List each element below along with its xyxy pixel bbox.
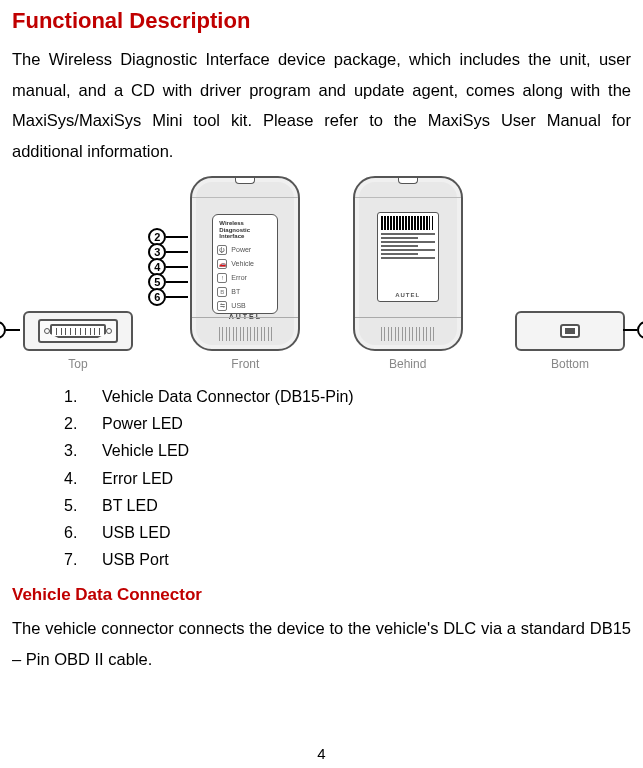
list-item: 7.USB Port xyxy=(64,546,354,573)
diagram-front-column: 2 3 4 5 6 WirelessDiagnostic Interface ⏻… xyxy=(190,176,300,371)
page-number: 4 xyxy=(0,745,643,762)
grip-texture xyxy=(192,317,298,349)
caption-behind: Behind xyxy=(389,357,426,371)
barcode-icon xyxy=(381,216,435,230)
usb-led-icon: ⇋ xyxy=(217,301,227,311)
callout-1: 1 xyxy=(0,321,20,339)
list-item: 2.Power LED xyxy=(64,410,354,437)
vehicle-connector-paragraph: The vehicle connector connects the devic… xyxy=(12,613,631,674)
bottom-view-body xyxy=(515,311,625,351)
device-diagram: 1 Top xyxy=(12,176,631,375)
list-item: 1.Vehicle Data Connector (DB15-Pin) xyxy=(64,383,354,410)
caption-top: Top xyxy=(68,357,87,371)
component-list: 1.Vehicle Data Connector (DB15-Pin) 2.Po… xyxy=(64,383,354,573)
caption-front: Front xyxy=(231,357,259,371)
vehicle-led-icon: 🚗 xyxy=(217,259,227,269)
front-view-body: WirelessDiagnostic Interface ⏻Power 🚗Veh… xyxy=(190,176,300,351)
diagram-behind-column: AUTEL Behind xyxy=(353,176,463,371)
intro-paragraph: The Wireless Diagnostic Interface device… xyxy=(12,44,631,166)
brand-behind: AUTEL xyxy=(381,292,435,298)
heading-vehicle-data-connector: Vehicle Data Connector xyxy=(12,585,631,605)
behind-label-plate: AUTEL xyxy=(377,212,439,302)
callout-number-7: 7 xyxy=(637,321,643,339)
diagram-top-column: 1 Top xyxy=(18,311,138,371)
bt-led-icon: B xyxy=(217,287,227,297)
callout-3: 3 xyxy=(148,244,188,259)
behind-view-body: AUTEL xyxy=(353,176,463,351)
list-item: 3.Vehicle LED xyxy=(64,437,354,464)
callout-2: 2 xyxy=(148,229,188,244)
diagram-bottom-column: 7 Bottom xyxy=(515,311,625,371)
usb-port-icon xyxy=(560,324,580,338)
callout-4: 4 xyxy=(148,259,188,274)
top-view-body xyxy=(23,311,133,351)
callout-5: 5 xyxy=(148,274,188,289)
front-label-panel: WirelessDiagnostic Interface ⏻Power 🚗Veh… xyxy=(212,214,278,314)
caption-bottom: Bottom xyxy=(551,357,589,371)
heading-functional-description: Functional Description xyxy=(12,8,631,34)
list-item: 5.BT LED xyxy=(64,492,354,519)
list-item: 4.Error LED xyxy=(64,465,354,492)
list-item: 6.USB LED xyxy=(64,519,354,546)
callout-7: 7 xyxy=(623,321,643,339)
error-led-icon: ! xyxy=(217,273,227,283)
power-led-icon: ⏻ xyxy=(217,245,227,255)
callout-6: 6 xyxy=(148,289,188,304)
db15-connector-icon xyxy=(50,324,106,338)
